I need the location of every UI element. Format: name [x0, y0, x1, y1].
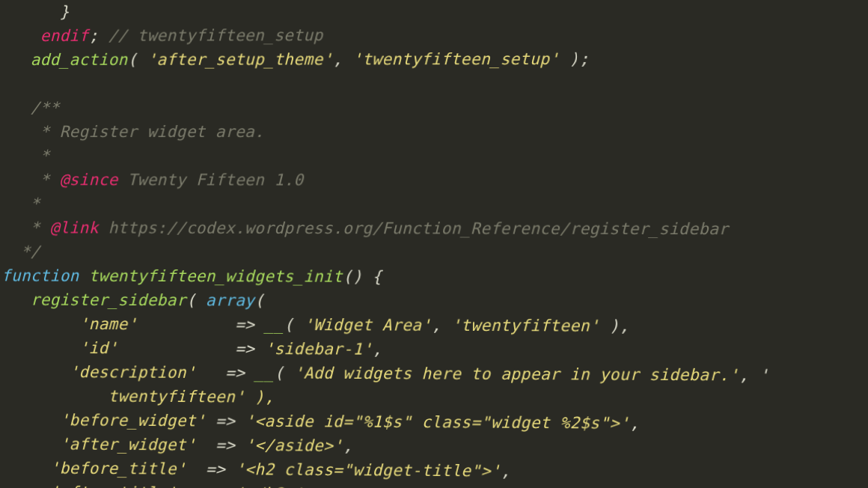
- code-line: add_action( 'after_setup_theme', 'twenty…: [1, 50, 589, 69]
- comment-line: /**: [1, 99, 60, 117]
- code-line: 'before_title' => '<h2 class="widget-tit…: [1, 459, 511, 481]
- string: '<aside id="%1$s" class="widget %2$s">': [245, 412, 629, 433]
- docblock: *: [1, 147, 50, 165]
- string: '</h2>': [235, 484, 304, 488]
- comment-line: *: [1, 195, 40, 213]
- code-line: endif; // twentyfifteen_setup: [1, 26, 323, 45]
- fn-translate: __: [254, 364, 274, 382]
- fn-register-sidebar: register_sidebar: [31, 291, 186, 310]
- string: 'Widget Area': [304, 316, 432, 335]
- brace: }: [1, 3, 70, 21]
- code-line: function twentyfifteen_widgets_init() {: [1, 266, 382, 286]
- code-line: }: [1, 3, 70, 21]
- string: 'twentyfifteen': [451, 317, 599, 335]
- key-before-widget: 'before_widget': [1, 411, 206, 430]
- string: 'sidebar-1': [264, 340, 372, 359]
- code-line: 'after_title' => '</h2>',: [1, 483, 314, 488]
- comment-line: */: [1, 243, 40, 260]
- code-line: 'description' => __( 'Add widgets here t…: [1, 363, 769, 385]
- key-description: 'description': [1, 363, 196, 382]
- docblock: *: [1, 195, 40, 213]
- fn-add-action: add_action: [31, 51, 128, 69]
- string: 'Add widgets here to appear in your side…: [294, 364, 739, 384]
- comment-line: * @since Twenty Fifteen 1.0: [1, 171, 304, 189]
- fn-array: array: [206, 291, 254, 309]
- string: 'after_setup_theme': [147, 50, 333, 68]
- key-before-title: 'before_title': [1, 459, 186, 478]
- code-line: twentyfifteen' ),: [1, 387, 275, 406]
- comment-line: * Register widget area.: [1, 123, 264, 141]
- key-after-widget: 'after_widget': [1, 435, 196, 454]
- code-line: 'name' => __( 'Widget Area', 'twentyfift…: [1, 314, 629, 335]
- string: '<h2 class="widget-title">': [235, 460, 501, 481]
- keyword-endif: endif: [40, 27, 89, 45]
- fn-widgets-init: twentyfifteen_widgets_init: [89, 267, 343, 286]
- code-line: 'before_widget' => '<aside id="%1$s" cla…: [1, 411, 640, 433]
- doctag-since: @since: [60, 171, 118, 189]
- docblock: */: [1, 243, 40, 260]
- fn-translate: __: [264, 316, 284, 334]
- string-wrap: twentyfifteen' ),: [1, 387, 275, 406]
- code-line: 'after_widget' => '</aside>',: [1, 435, 353, 455]
- code-editor[interactable]: } endif; // twentyfifteen_setup add_acti…: [0, 0, 868, 488]
- code-line: register_sidebar( array(: [1, 290, 264, 309]
- comment-line: * @link https://codex.wordpress.org/Func…: [1, 219, 729, 238]
- comment-line: *: [1, 147, 50, 165]
- key-after-title: 'after_title': [1, 483, 177, 488]
- key-name: 'name': [1, 314, 138, 333]
- string: 'twentyfifteen_setup': [352, 50, 560, 69]
- keyword-function: function: [1, 266, 79, 284]
- string: '</aside>': [245, 436, 343, 455]
- docblock: /**: [1, 99, 60, 117]
- code-line: 'id' => 'sidebar-1',: [1, 339, 382, 359]
- doctag-link: @link: [50, 219, 99, 237]
- comment: // twentyfifteen_setup: [109, 26, 323, 45]
- key-id: 'id': [1, 339, 118, 358]
- docblock: * Register widget area.: [1, 123, 264, 141]
